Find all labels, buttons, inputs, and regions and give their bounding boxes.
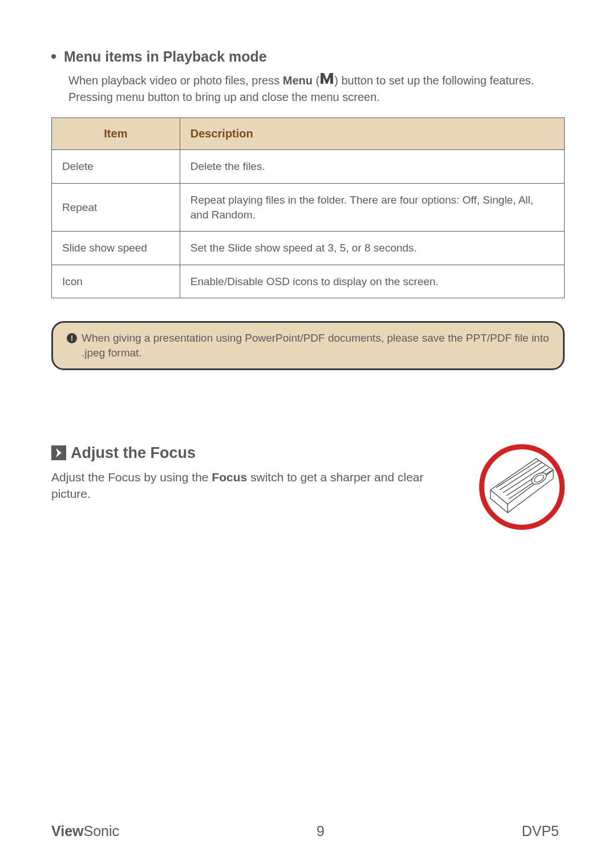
intro-prefix: When playback video or photo files, pres… <box>68 74 283 87</box>
table-cell-item: Repeat <box>52 183 180 231</box>
table-row: Slide show speed Set the Slide show spee… <box>52 232 565 265</box>
intro-paragraph: When playback video or photo files, pres… <box>68 73 565 105</box>
table-cell-item: Icon <box>52 265 180 298</box>
note-box: ! When giving a presentation using Power… <box>51 321 565 370</box>
info-icon: ! <box>67 333 77 343</box>
table-header-row: Item Description <box>52 118 565 150</box>
menu-items-table: Item Description Delete Delete the files… <box>51 117 565 298</box>
page-footer: ViewSonic 9 DVP5 <box>51 823 559 839</box>
projector-focus-drawing-icon <box>485 450 559 524</box>
focus-illustration <box>479 444 565 530</box>
model-label: DVP5 <box>522 823 559 839</box>
table-row: Repeat Repeat playing files in the folde… <box>52 183 565 231</box>
focus-illustration-ring <box>479 444 565 530</box>
focus-paragraph: Adjust the Focus by using the Focus swit… <box>51 469 462 502</box>
table-row: Delete Delete the files. <box>52 150 565 184</box>
table-header-description: Description <box>180 118 564 150</box>
focus-text-column: Adjust the Focus Adjust the Focus by usi… <box>51 444 462 502</box>
menu-items-section: Menu items in Playback mode When playbac… <box>51 48 565 370</box>
intro-bold: Menu <box>283 74 313 87</box>
brand-bold: View <box>51 823 84 839</box>
menu-m-icon <box>319 72 334 88</box>
table-cell-desc: Set the Slide show speed at 3, 5, or 8 s… <box>180 232 564 265</box>
section-heading-adjust-focus: Adjust the Focus <box>51 444 462 462</box>
table-cell-desc: Delete the files. <box>180 150 564 184</box>
bullet-icon <box>51 54 56 59</box>
table-row: Icon Enable/Disable OSD icons to display… <box>52 265 565 298</box>
adjust-focus-section: Adjust the Focus Adjust the Focus by usi… <box>51 444 565 530</box>
brand-logo: ViewSonic <box>51 823 119 839</box>
table-cell-item: Delete <box>52 150 180 184</box>
note-text: When giving a presentation using PowerPo… <box>82 331 549 360</box>
focus-para-prefix: Adjust the Focus by using the <box>51 470 212 484</box>
table-cell-item: Slide show speed <box>52 232 180 265</box>
section-heading-menu-items: Menu items in Playback mode <box>51 48 565 65</box>
section-heading-text: Menu items in Playback mode <box>64 48 267 64</box>
chevron-right-icon <box>51 445 66 460</box>
focus-para-bold: Focus <box>212 470 247 484</box>
table-header-item: Item <box>52 118 180 150</box>
table-cell-desc: Repeat playing files in the folder. Ther… <box>180 183 564 231</box>
focus-heading-text: Adjust the Focus <box>71 444 196 462</box>
table-cell-desc: Enable/Disable OSD icons to display on t… <box>180 265 564 298</box>
brand-rest: Sonic <box>84 823 120 839</box>
page-number: 9 <box>317 823 325 839</box>
